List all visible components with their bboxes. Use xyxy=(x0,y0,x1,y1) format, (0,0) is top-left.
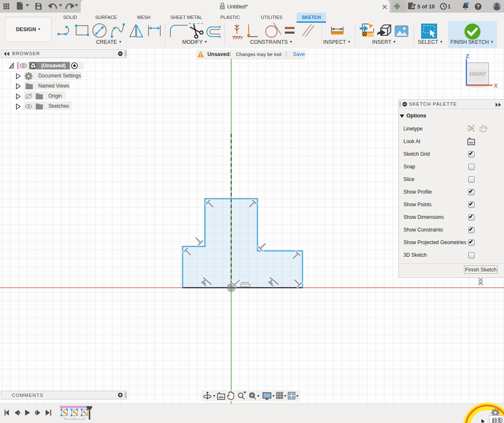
svg-text:?: ? xyxy=(477,4,480,10)
svg-text:錄影: 錄影 xyxy=(492,417,504,423)
svg-text:300: 300 xyxy=(477,277,484,286)
svg-text:SVG: SVG xyxy=(367,32,374,37)
svg-text:Z: Z xyxy=(466,53,469,59)
svg-text:X: X xyxy=(494,82,498,89)
svg-text:FRONT: FRONT xyxy=(470,72,486,77)
svg-text:!: ! xyxy=(200,53,201,57)
